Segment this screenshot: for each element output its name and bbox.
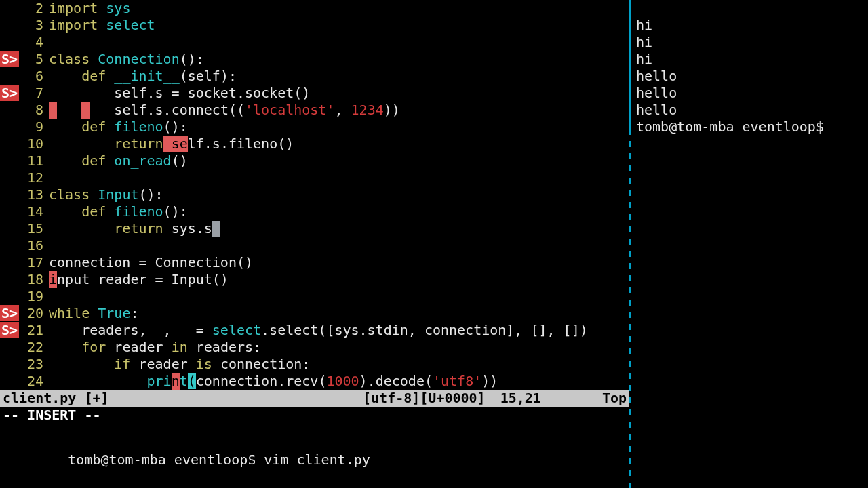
code-line[interactable]: 15 return sys.s [0,220,629,237]
matchparen-icon: ( [188,373,196,389]
code-line[interactable]: S>7 self.s = socket.socket() [0,85,629,102]
line-number: 2 [19,0,43,17]
code-content[interactable]: def on_read() [49,152,188,169]
gutter-sign [0,34,19,51]
terminal-output-line: hi [636,34,868,51]
error-marker-icon: n [172,373,180,390]
terminal-output-line: hello [636,102,868,119]
code-line[interactable]: S>21 readers, _, _ = select.select([sys.… [0,322,629,339]
line-number: 21 [19,322,43,339]
gutter-sign [0,68,19,85]
terminal-output-line: hi [636,17,868,34]
gutter-sign [0,220,19,237]
code-line[interactable]: 19 [0,288,629,305]
code-line[interactable]: 2import sys [0,0,629,17]
status-position: 15,21 [500,390,541,407]
gutter-sign: S> [0,322,19,339]
code-line[interactable]: 11 def on_read() [0,152,629,169]
gutter-sign [0,119,19,136]
code-line[interactable]: S>5class Connection(): [0,51,629,68]
shell-command: vim client.py [264,451,370,468]
line-number: 15 [19,220,43,237]
code-line[interactable]: 18input_reader = Input() [0,271,629,288]
code-content[interactable]: for reader in readers: [49,339,261,356]
code-content[interactable]: return sys.s [49,220,220,237]
left-pane-vim[interactable]: 2import sys3import select4S>5class Conne… [0,0,629,488]
code-line[interactable]: 9 def fileno(): [0,119,629,136]
code-content[interactable]: if reader is connection: [49,356,310,373]
tmux-screen: 2import sys3import select4S>5class Conne… [0,0,868,488]
gutter-sign [0,203,19,220]
line-number: 9 [19,119,43,136]
terminal-output-line: hello [636,68,868,85]
gutter-sign [0,102,19,119]
code-line[interactable]: S>20while True: [0,305,629,322]
code-content[interactable]: def __init__(self): [49,68,237,85]
code-content[interactable]: def fileno(): [49,119,188,136]
status-encoding: [utf-8][U+0000] [363,390,486,407]
line-number: 14 [19,203,43,220]
code-line[interactable]: 8 self.s.connect(('localhost', 1234)) [0,102,629,119]
error-marker-icon: i [49,271,57,288]
shell-line: tomb@tom-mba eventloop$ vim client.py [3,434,627,485]
line-number: 6 [19,68,43,85]
line-number: 24 [19,373,43,390]
code-line[interactable]: 3import select [0,17,629,34]
code-content[interactable]: self.s = socket.socket() [49,85,310,102]
line-number: 3 [19,17,43,34]
code-line[interactable]: 24 print(connection.recv(1000).decode('u… [0,373,629,390]
line-number: 18 [19,271,43,288]
tmux-vertical-split[interactable] [629,0,631,488]
code-content[interactable]: while True: [49,305,138,322]
status-filename: client.py [+] [3,390,109,407]
gutter-sign [0,339,19,356]
code-content[interactable]: self.s.connect(('localhost', 1234)) [49,102,400,119]
gutter-sign [0,0,19,17]
vim-mode: -- INSERT -- [0,407,629,424]
terminal-output-line: hi [636,51,868,68]
line-number: 23 [19,356,43,373]
code-line[interactable]: 13class Input(): [0,186,629,203]
shell-line: tomb@tom-mba eventloop$ [3,485,627,488]
line-number: 20 [19,305,43,322]
code-content[interactable]: class Connection(): [49,51,204,68]
code-content[interactable]: print(connection.recv(1000).decode('utf8… [49,373,498,390]
code-content[interactable]: import select [49,17,155,34]
code-content[interactable]: readers, _, _ = select.select([sys.stdin… [49,322,588,339]
right-pane-shell[interactable]: hihihihellohellohellotomb@tom-mba eventl… [629,0,868,488]
code-line[interactable]: 22 for reader in readers: [0,339,629,356]
code-line[interactable]: 12 [0,169,629,186]
code-content[interactable]: return self.s.fileno() [49,136,294,152]
gutter-sign [0,356,19,373]
code-line[interactable]: 4 [0,34,629,51]
line-number: 10 [19,136,43,152]
code-line[interactable]: 14 def fileno(): [0,203,629,220]
line-number: 4 [19,34,43,51]
code-content[interactable]: connection = Connection() [49,254,253,271]
code-content[interactable]: input_reader = Input() [49,271,229,288]
code-content[interactable]: class Input(): [49,186,163,203]
gutter-sign [0,288,19,305]
vim-editor[interactable]: 2import sys3import select4S>5class Conne… [0,0,629,390]
line-number: 7 [19,85,43,102]
code-line[interactable]: 23 if reader is connection: [0,356,629,373]
line-number: 12 [19,169,43,186]
code-content[interactable]: def fileno(): [49,203,188,220]
gutter-sign [0,152,19,169]
vim-statusbar: client.py [+] [utf-8][U+0000] 15,21 Top [0,390,629,407]
code-content[interactable]: import sys [49,0,130,17]
code-line[interactable]: 17connection = Connection() [0,254,629,271]
line-number: 19 [19,288,43,305]
gutter-sign: S> [0,85,19,102]
code-line[interactable]: 6 def __init__(self): [0,68,629,85]
gutter-sign [0,169,19,186]
error-marker-icon [81,102,90,119]
error-marker-icon [163,136,172,152]
gutter-sign [0,136,19,152]
bottom-shell-pane[interactable]: tomb@tom-mba eventloop$ vim client.py to… [0,432,629,488]
line-number: 22 [19,339,43,356]
gutter-sign [0,186,19,203]
code-line[interactable]: 16 [0,237,629,254]
line-number: 11 [19,152,43,169]
code-line[interactable]: 10 return self.s.fileno() [0,136,629,152]
